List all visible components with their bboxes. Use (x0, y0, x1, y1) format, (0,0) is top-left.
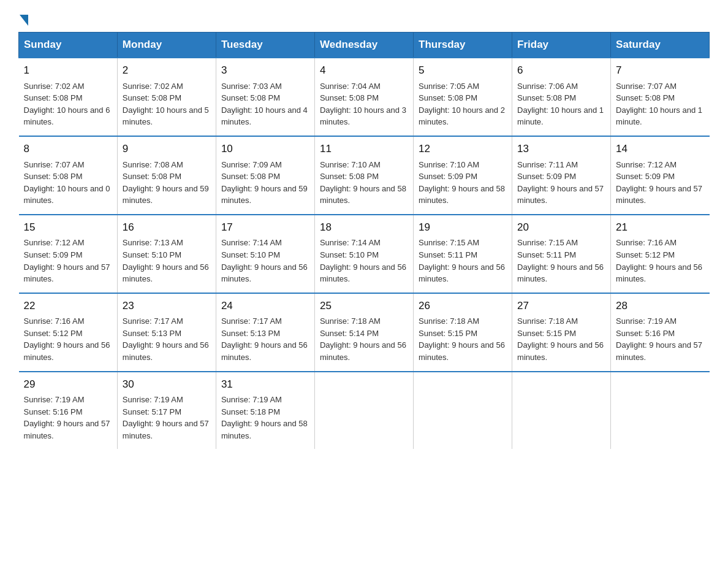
day-info: Sunrise: 7:19 AMSunset: 5:16 PMDaylight:… (616, 316, 702, 362)
calendar-cell: 20Sunrise: 7:15 AMSunset: 5:11 PMDayligh… (512, 215, 611, 293)
day-number: 11 (320, 142, 408, 157)
day-number: 10 (221, 142, 309, 157)
calendar-week-row: 15Sunrise: 7:12 AMSunset: 5:09 PMDayligh… (19, 215, 710, 293)
col-wednesday: Wednesday (314, 33, 413, 58)
day-number: 18 (320, 220, 408, 236)
day-info: Sunrise: 7:04 AMSunset: 5:08 PMDaylight:… (320, 82, 406, 127)
calendar-cell: 31Sunrise: 7:19 AMSunset: 5:18 PMDayligh… (216, 372, 314, 450)
calendar-cell (314, 372, 413, 450)
calendar-cell: 29Sunrise: 7:19 AMSunset: 5:16 PMDayligh… (19, 372, 118, 450)
day-number: 14 (616, 142, 704, 157)
day-info: Sunrise: 7:09 AMSunset: 5:08 PMDaylight:… (221, 160, 308, 205)
day-number: 20 (517, 220, 605, 236)
calendar-cell: 1Sunrise: 7:02 AMSunset: 5:08 PMDaylight… (19, 58, 118, 136)
day-number: 7 (616, 63, 704, 79)
day-info: Sunrise: 7:13 AMSunset: 5:10 PMDaylight:… (123, 238, 209, 283)
day-number: 13 (517, 142, 605, 157)
day-info: Sunrise: 7:12 AMSunset: 5:09 PMDaylight:… (616, 160, 702, 205)
day-info: Sunrise: 7:12 AMSunset: 5:09 PMDaylight:… (24, 238, 110, 283)
calendar-cell: 14Sunrise: 7:12 AMSunset: 5:09 PMDayligh… (611, 136, 710, 215)
calendar-cell: 30Sunrise: 7:19 AMSunset: 5:17 PMDayligh… (117, 372, 216, 450)
day-number: 21 (616, 220, 704, 236)
col-sunday: Sunday (19, 33, 118, 58)
logo (18, 12, 28, 26)
day-info: Sunrise: 7:18 AMSunset: 5:14 PMDaylight:… (320, 316, 406, 362)
day-number: 28 (616, 299, 704, 314)
day-info: Sunrise: 7:06 AMSunset: 5:08 PMDaylight:… (517, 82, 604, 127)
calendar-cell: 28Sunrise: 7:19 AMSunset: 5:16 PMDayligh… (611, 293, 710, 372)
calendar-cell: 11Sunrise: 7:10 AMSunset: 5:08 PMDayligh… (314, 136, 413, 215)
day-info: Sunrise: 7:19 AMSunset: 5:16 PMDaylight:… (24, 395, 110, 440)
calendar-cell: 6Sunrise: 7:06 AMSunset: 5:08 PMDaylight… (512, 58, 611, 136)
calendar-week-row: 1Sunrise: 7:02 AMSunset: 5:08 PMDaylight… (19, 58, 710, 136)
day-info: Sunrise: 7:14 AMSunset: 5:10 PMDaylight:… (221, 238, 308, 283)
day-info: Sunrise: 7:07 AMSunset: 5:08 PMDaylight:… (24, 160, 110, 205)
day-number: 1 (24, 63, 112, 79)
day-number: 15 (24, 220, 112, 236)
day-info: Sunrise: 7:08 AMSunset: 5:08 PMDaylight:… (123, 160, 209, 205)
day-info: Sunrise: 7:07 AMSunset: 5:08 PMDaylight:… (616, 82, 702, 127)
day-number: 12 (419, 142, 507, 157)
calendar-cell (414, 372, 512, 450)
col-friday: Friday (512, 33, 611, 58)
calendar-cell: 27Sunrise: 7:18 AMSunset: 5:15 PMDayligh… (512, 293, 611, 372)
day-info: Sunrise: 7:10 AMSunset: 5:09 PMDaylight:… (419, 160, 505, 205)
day-number: 23 (123, 299, 211, 314)
calendar-cell: 25Sunrise: 7:18 AMSunset: 5:14 PMDayligh… (314, 293, 413, 372)
calendar-cell: 13Sunrise: 7:11 AMSunset: 5:09 PMDayligh… (512, 136, 611, 215)
day-number: 27 (517, 299, 605, 314)
calendar-cell: 8Sunrise: 7:07 AMSunset: 5:08 PMDaylight… (19, 136, 118, 215)
day-info: Sunrise: 7:10 AMSunset: 5:08 PMDaylight:… (320, 160, 406, 205)
calendar-cell: 24Sunrise: 7:17 AMSunset: 5:13 PMDayligh… (216, 293, 314, 372)
calendar-cell: 23Sunrise: 7:17 AMSunset: 5:13 PMDayligh… (117, 293, 216, 372)
calendar-header-row: Sunday Monday Tuesday Wednesday Thursday… (19, 33, 710, 58)
calendar-cell: 10Sunrise: 7:09 AMSunset: 5:08 PMDayligh… (216, 136, 314, 215)
logo-arrow-icon (20, 15, 28, 26)
calendar-week-row: 29Sunrise: 7:19 AMSunset: 5:16 PMDayligh… (19, 372, 710, 450)
day-info: Sunrise: 7:18 AMSunset: 5:15 PMDaylight:… (517, 316, 604, 362)
calendar-cell: 17Sunrise: 7:14 AMSunset: 5:10 PMDayligh… (216, 215, 314, 293)
day-number: 5 (419, 63, 507, 79)
calendar-cell: 9Sunrise: 7:08 AMSunset: 5:08 PMDaylight… (117, 136, 216, 215)
calendar-cell: 3Sunrise: 7:03 AMSunset: 5:08 PMDaylight… (216, 58, 314, 136)
day-info: Sunrise: 7:17 AMSunset: 5:13 PMDaylight:… (221, 316, 308, 362)
day-number: 29 (24, 377, 112, 393)
day-info: Sunrise: 7:14 AMSunset: 5:10 PMDaylight:… (320, 238, 406, 283)
day-info: Sunrise: 7:02 AMSunset: 5:08 PMDaylight:… (24, 82, 110, 127)
day-info: Sunrise: 7:03 AMSunset: 5:08 PMDaylight:… (221, 82, 308, 127)
day-number: 19 (419, 220, 507, 236)
calendar-cell: 5Sunrise: 7:05 AMSunset: 5:08 PMDaylight… (414, 58, 512, 136)
day-number: 25 (320, 299, 408, 314)
day-info: Sunrise: 7:16 AMSunset: 5:12 PMDaylight:… (24, 316, 110, 362)
day-number: 26 (419, 299, 507, 314)
calendar-cell: 21Sunrise: 7:16 AMSunset: 5:12 PMDayligh… (611, 215, 710, 293)
calendar-cell: 16Sunrise: 7:13 AMSunset: 5:10 PMDayligh… (117, 215, 216, 293)
day-number: 16 (123, 220, 211, 236)
day-number: 6 (517, 63, 605, 79)
calendar-cell (611, 372, 710, 450)
day-info: Sunrise: 7:17 AMSunset: 5:13 PMDaylight:… (123, 316, 209, 362)
day-info: Sunrise: 7:19 AMSunset: 5:17 PMDaylight:… (123, 395, 209, 440)
calendar-cell: 7Sunrise: 7:07 AMSunset: 5:08 PMDaylight… (611, 58, 710, 136)
calendar-cell: 12Sunrise: 7:10 AMSunset: 5:09 PMDayligh… (414, 136, 512, 215)
day-info: Sunrise: 7:11 AMSunset: 5:09 PMDaylight:… (517, 160, 604, 205)
day-info: Sunrise: 7:18 AMSunset: 5:15 PMDaylight:… (419, 316, 505, 362)
calendar-table: Sunday Monday Tuesday Wednesday Thursday… (18, 32, 710, 449)
day-number: 30 (123, 377, 211, 393)
calendar-cell: 19Sunrise: 7:15 AMSunset: 5:11 PMDayligh… (414, 215, 512, 293)
calendar-week-row: 22Sunrise: 7:16 AMSunset: 5:12 PMDayligh… (19, 293, 710, 372)
day-number: 24 (221, 299, 309, 314)
calendar-cell: 26Sunrise: 7:18 AMSunset: 5:15 PMDayligh… (414, 293, 512, 372)
col-monday: Monday (117, 33, 216, 58)
day-info: Sunrise: 7:19 AMSunset: 5:18 PMDaylight:… (221, 395, 308, 440)
day-number: 2 (123, 63, 211, 79)
calendar-cell (512, 372, 611, 450)
day-number: 3 (221, 63, 309, 79)
calendar-cell: 2Sunrise: 7:02 AMSunset: 5:08 PMDaylight… (117, 58, 216, 136)
day-info: Sunrise: 7:15 AMSunset: 5:11 PMDaylight:… (419, 238, 505, 283)
calendar-cell: 4Sunrise: 7:04 AMSunset: 5:08 PMDaylight… (314, 58, 413, 136)
day-info: Sunrise: 7:15 AMSunset: 5:11 PMDaylight:… (517, 238, 604, 283)
page-header (18, 12, 710, 26)
day-number: 17 (221, 220, 309, 236)
day-number: 8 (24, 142, 112, 157)
